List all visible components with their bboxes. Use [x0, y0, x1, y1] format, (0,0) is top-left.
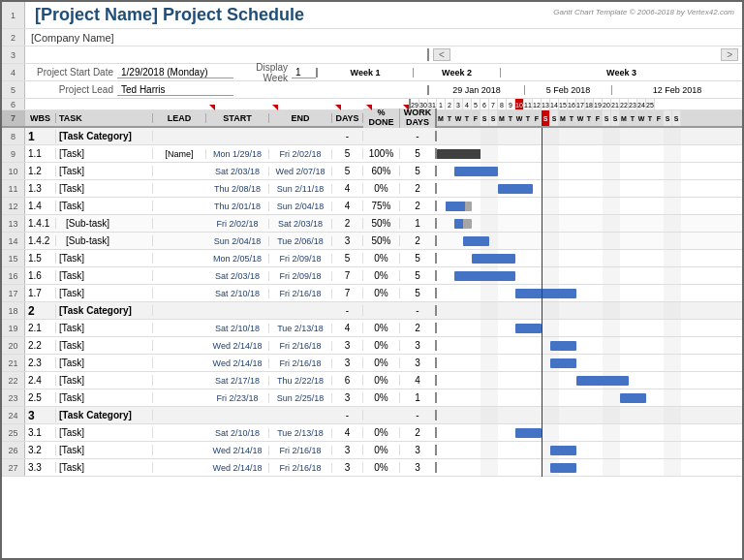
gantt-bar-10 [454, 167, 498, 176]
wbs-13: 1.4.1 [25, 218, 56, 229]
gantt-bar-15 [472, 254, 515, 264]
next-week-button[interactable]: > [721, 48, 738, 61]
wbs-23: 2.5 [25, 392, 56, 403]
task-27: [Task] [56, 462, 153, 473]
task-25: [Task] [56, 427, 153, 438]
day-header-14: M [559, 110, 568, 126]
day-header-11: F [533, 110, 542, 126]
row-num-16: 16 [2, 267, 25, 284]
wbs-14: 1.4.2 [25, 235, 56, 246]
day-header-7: M [498, 110, 507, 126]
days-15: 5 [332, 253, 363, 264]
gantt-cell-16 [437, 267, 742, 285]
pct-16: 0% [363, 270, 400, 281]
work-18: - [400, 305, 437, 316]
end-27: Fri 2/16/18 [269, 463, 332, 473]
day-header-23: W [637, 110, 646, 126]
end-21: Fri 2/16/18 [269, 358, 332, 368]
row-num-6: 6 [2, 99, 25, 109]
day-header-18: F [594, 110, 603, 126]
day-header-21: M [620, 110, 629, 126]
company-row: 2 [Company Name] [2, 29, 742, 47]
lead-value[interactable]: Ted Harris [117, 84, 233, 96]
task-10: [Task] [56, 166, 153, 176]
prev-week-button[interactable]: < [433, 48, 450, 61]
company-name: [Company Name] [25, 32, 120, 44]
start-date-value[interactable]: 1/29/2018 (Monday) [117, 67, 233, 78]
pct-20: 0% [363, 340, 400, 351]
days-19: 4 [332, 323, 363, 333]
start-9: Mon 1/29/18 [206, 149, 269, 159]
work-25: 2 [400, 427, 437, 438]
days-22: 6 [332, 375, 363, 386]
data-row-16: 161.6[Task]Sat 2/03/18Fri 2/09/1870%5 [2, 267, 742, 285]
data-row-24: 243[Task Category]-- [2, 407, 742, 424]
row-num-18: 18 [2, 302, 25, 319]
today-line-26 [542, 442, 542, 459]
pct-15: 0% [363, 253, 400, 264]
wbs-17: 1.7 [25, 288, 56, 298]
work-20: 3 [400, 340, 437, 351]
pct-17: 0% [363, 288, 400, 298]
work-14: 2 [400, 235, 437, 246]
task-22: [Task] [56, 375, 153, 386]
row-num-21: 21 [2, 355, 25, 371]
gantt-bar-17 [515, 289, 576, 298]
task-19: [Task] [56, 323, 153, 333]
end-19: Tue 2/13/18 [269, 324, 332, 333]
wbs-26: 3.2 [25, 445, 56, 455]
gantt-bar-22 [576, 376, 629, 386]
gantt-bar-16 [454, 271, 515, 281]
day-header-19: S [603, 110, 611, 126]
today-line-12 [542, 198, 542, 215]
hdr-start: START [206, 113, 269, 123]
task-12: [Task] [56, 201, 153, 211]
pct-19: 0% [363, 323, 400, 333]
gantt-cell-21 [437, 355, 742, 372]
today-line-21 [542, 355, 542, 372]
work-17: 5 [400, 288, 437, 298]
today-line-14 [542, 233, 542, 250]
today-line-18 [542, 302, 542, 320]
day-header-6: S [489, 110, 498, 126]
gantt-cell-10 [437, 163, 742, 180]
row-num-10: 10 [2, 163, 25, 179]
pct-11: 0% [363, 183, 400, 194]
end-17: Fri 2/16/18 [269, 289, 332, 298]
days-25: 4 [332, 427, 363, 438]
data-row-26: 263.2[Task]Wed 2/14/18Fri 2/16/1830%3 [2, 442, 742, 459]
row-num-5: 5 [2, 81, 25, 98]
today-line-23 [542, 389, 542, 407]
day-header-24: T [646, 110, 655, 126]
gantt-cell-23 [437, 389, 742, 407]
gantt-bar-27 [550, 463, 576, 473]
row-num-9: 9 [2, 145, 25, 162]
gantt-bar-11 [498, 184, 533, 194]
wbs-19: 2.1 [25, 323, 56, 333]
data-row-9: 91.1[Task][Name]Mon 1/29/18Fri 2/02/1851… [2, 145, 742, 163]
work-24: - [400, 410, 437, 420]
task-9: [Task] [56, 148, 153, 159]
data-row-15: 151.5[Task]Mon 2/05/18Fri 2/09/1850%5 [2, 250, 742, 267]
work-12: 2 [400, 201, 437, 211]
hdr-work: WORKDAYS [400, 109, 437, 128]
work-26: 3 [400, 445, 437, 455]
pct-25: 0% [363, 427, 400, 438]
row-num-17: 17 [2, 285, 25, 301]
task-13: [Sub-task] [56, 218, 153, 229]
end-10: Wed 2/07/18 [269, 167, 332, 176]
task-20: [Task] [56, 340, 153, 351]
col-headers-row: 7 WBS TASK LEAD START END DAYS %DONE WOR… [2, 110, 742, 128]
display-week-value[interactable]: 1 [292, 67, 316, 78]
day-header-8: T [507, 110, 515, 126]
start-15: Mon 2/05/18 [206, 254, 269, 264]
week2-label: Week 2 [414, 68, 501, 78]
day-header-15: T [568, 110, 576, 126]
day-header-10: T [524, 110, 533, 126]
days-18: - [332, 305, 363, 316]
day-header-26: S [664, 110, 672, 126]
wbs-24: 3 [25, 409, 56, 422]
gantt-cell-17 [437, 285, 742, 302]
work-22: 4 [400, 375, 437, 386]
day-header-5: S [480, 110, 489, 126]
